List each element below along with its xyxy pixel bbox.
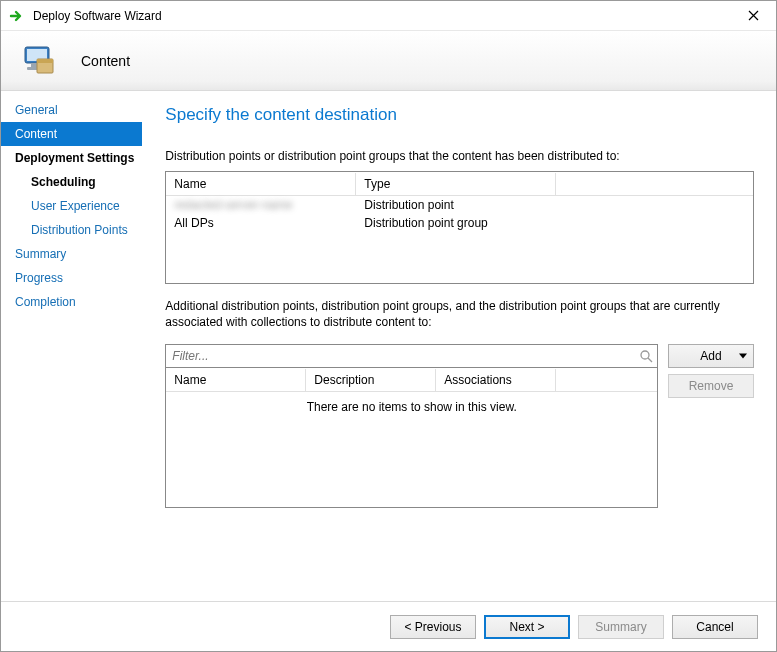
button-label: Next >	[509, 620, 544, 634]
close-button[interactable]	[731, 1, 776, 31]
table-row[interactable]: All DPs Distribution point group	[166, 214, 753, 232]
sidebar-label: Completion	[15, 295, 76, 309]
sidebar-item-deployment-settings[interactable]: Deployment Settings	[1, 146, 142, 170]
page-title: Specify the content destination	[165, 105, 754, 125]
sidebar-item-content[interactable]: Content	[1, 122, 142, 146]
add-button[interactable]: Add	[668, 344, 754, 368]
instruction-1: Distribution points or distribution poin…	[165, 149, 754, 163]
sidebar-item-distribution-points[interactable]: Distribution Points	[1, 218, 142, 242]
cell-type: Distribution point	[356, 197, 556, 213]
search-icon[interactable]	[635, 345, 657, 367]
sidebar-item-scheduling[interactable]: Scheduling	[1, 170, 142, 194]
sidebar-item-summary[interactable]: Summary	[1, 242, 142, 266]
sidebar-label: Deployment Settings	[15, 151, 134, 165]
additional-left: Name Description Associations There are …	[165, 344, 658, 508]
button-label: Summary	[595, 620, 646, 634]
chevron-down-icon	[739, 354, 747, 359]
sidebar-item-general[interactable]: General	[1, 98, 142, 122]
close-icon	[748, 8, 759, 24]
wizard-footer: < Previous Next > Summary Cancel	[1, 601, 776, 651]
col-description[interactable]: Description	[306, 369, 436, 391]
svg-line-7	[648, 358, 652, 362]
filter-input[interactable]	[166, 345, 635, 367]
sidebar-item-user-experience[interactable]: User Experience	[1, 194, 142, 218]
button-label: Remove	[689, 379, 734, 393]
content-pane: Specify the content destination Distribu…	[143, 91, 776, 601]
sidebar-label: General	[15, 103, 58, 117]
cell-name: All DPs	[166, 215, 356, 231]
instruction-2: Additional distribution points, distribu…	[165, 298, 754, 330]
cell-name: redacted-server-name	[166, 197, 356, 213]
col-type[interactable]: Type	[356, 173, 556, 195]
side-button-stack: Add Remove	[668, 344, 754, 398]
previous-button[interactable]: < Previous	[390, 615, 476, 639]
sidebar: General Content Deployment Settings Sche…	[1, 91, 143, 601]
col-associations[interactable]: Associations	[436, 369, 556, 391]
button-label: Add	[700, 349, 721, 363]
sidebar-item-completion[interactable]: Completion	[1, 290, 142, 314]
empty-message: There are no items to show in this view.	[166, 392, 657, 414]
arrow-right-icon	[9, 8, 25, 24]
sidebar-label: Content	[15, 127, 57, 141]
distributed-grid: Name Type redacted-server-name Distribut…	[165, 171, 754, 284]
window-title: Deploy Software Wizard	[33, 9, 731, 23]
summary-button: Summary	[578, 615, 664, 639]
sidebar-label: Summary	[15, 247, 66, 261]
table-row[interactable]: redacted-server-name Distribution point	[166, 196, 753, 214]
sidebar-label: Scheduling	[31, 175, 96, 189]
col-spacer	[556, 376, 657, 384]
additional-grid: Name Description Associations There are …	[165, 368, 658, 508]
sidebar-label: Distribution Points	[31, 223, 128, 237]
svg-point-6	[641, 351, 649, 359]
button-label: < Previous	[404, 620, 461, 634]
header-title: Content	[81, 53, 130, 69]
titlebar: Deploy Software Wizard	[1, 1, 776, 31]
sidebar-label: User Experience	[31, 199, 120, 213]
grid-header: Name Description Associations	[166, 368, 657, 392]
col-spacer	[556, 180, 753, 188]
sidebar-item-progress[interactable]: Progress	[1, 266, 142, 290]
deploy-software-icon	[15, 39, 59, 83]
button-label: Cancel	[696, 620, 733, 634]
sidebar-label: Progress	[15, 271, 63, 285]
cell-type: Distribution point group	[356, 215, 556, 231]
additional-section: Name Description Associations There are …	[165, 344, 754, 508]
remove-button: Remove	[668, 374, 754, 398]
wizard-body: General Content Deployment Settings Sche…	[1, 91, 776, 601]
header: Content	[1, 31, 776, 91]
cancel-button[interactable]: Cancel	[672, 615, 758, 639]
next-button[interactable]: Next >	[484, 615, 570, 639]
filter-box	[165, 344, 658, 368]
wizard-window: Deploy Software Wizard Content General C…	[0, 0, 777, 652]
grid-header: Name Type	[166, 172, 753, 196]
col-name[interactable]: Name	[166, 173, 356, 195]
svg-rect-5	[37, 59, 53, 63]
col-name[interactable]: Name	[166, 369, 306, 391]
